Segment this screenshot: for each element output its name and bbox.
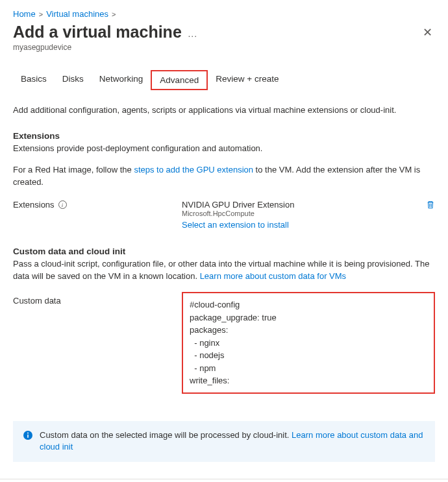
info-icon[interactable]: i xyxy=(58,200,67,209)
customdata-input[interactable]: #cloud-config package_upgrade: true pack… xyxy=(182,292,435,394)
more-icon[interactable]: ··· xyxy=(188,30,197,41)
extensions-label: Extensions xyxy=(13,200,55,210)
tab-basics[interactable]: Basics xyxy=(13,70,55,90)
page-subtitle: myasegpudevice xyxy=(13,43,197,52)
page-title: Add a virtual machine xyxy=(13,23,182,42)
redhat-prefix: For a Red Hat image, follow the xyxy=(13,165,134,175)
tab-disks[interactable]: Disks xyxy=(55,70,92,90)
tabs: Basics Disks Networking Advanced Review … xyxy=(13,70,435,90)
svg-point-2 xyxy=(27,432,29,433)
customdata-label: Custom data xyxy=(13,292,182,306)
section-intro: Add additional configuration, agents, sc… xyxy=(13,104,435,117)
extensions-heading: Extensions xyxy=(13,131,435,141)
tab-advanced[interactable]: Advanced xyxy=(151,70,208,90)
redhat-note: For a Red Hat image, follow the steps to… xyxy=(13,164,435,189)
info-banner: Custom data on the selected image will b… xyxy=(13,421,435,463)
select-extension-link[interactable]: Select an extension to install xyxy=(182,220,426,230)
chevron-right-icon: > xyxy=(39,10,43,18)
gpu-extension-link[interactable]: steps to add the GPU extension xyxy=(134,165,253,175)
cloudinit-heading: Custom data and cloud init xyxy=(13,247,435,256)
extensions-desc: Extensions provide post-deployment confi… xyxy=(13,143,435,155)
close-icon[interactable]: ✕ xyxy=(420,23,435,42)
breadcrumb-home[interactable]: Home xyxy=(13,9,36,19)
breadcrumb: Home > Virtual machines > xyxy=(13,9,435,19)
tab-networking[interactable]: Networking xyxy=(92,70,151,90)
learn-more-customdata-link[interactable]: Learn more about custom data for VMs xyxy=(200,271,346,281)
breadcrumb-vms[interactable]: Virtual machines xyxy=(46,9,108,19)
cloudinit-desc: Pass a cloud-init script, configuration … xyxy=(13,258,435,283)
extension-name: NVIDIA GPU Driver Extension xyxy=(182,200,426,210)
tab-review[interactable]: Review + create xyxy=(208,70,286,90)
extension-publisher: Microsoft.HpcCompute xyxy=(182,210,426,217)
divider xyxy=(0,479,448,479)
delete-icon[interactable] xyxy=(426,200,435,210)
svg-rect-1 xyxy=(27,434,29,437)
chevron-right-icon: > xyxy=(112,10,116,18)
banner-text: Custom data on the selected image will b… xyxy=(40,430,292,440)
info-icon xyxy=(23,430,33,440)
